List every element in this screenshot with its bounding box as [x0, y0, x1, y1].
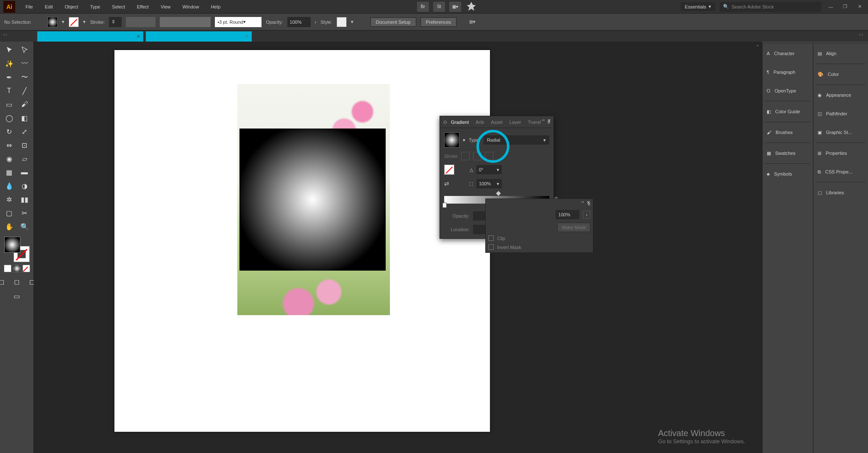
make-mask-button[interactable]: Make Mask [557, 223, 590, 232]
rectangle-tool[interactable]: ▭ [3, 98, 16, 110]
clip-checkbox[interactable] [488, 235, 494, 241]
symbol-sprayer-tool[interactable]: ✲ [3, 193, 16, 205]
panel-tab-asset[interactable]: Asset [488, 118, 505, 126]
panel-color[interactable]: 🎨Color [813, 65, 868, 84]
shaper-tool[interactable]: ◯ [3, 112, 16, 124]
scroll-up-icon[interactable]: ⌃ [756, 44, 760, 50]
panel-character[interactable]: ACharacter [762, 44, 813, 63]
selection-tool[interactable] [3, 44, 16, 56]
tab-close-icon[interactable]: × [245, 34, 248, 39]
draw-behind[interactable]: ◻ [10, 276, 24, 288]
panel-appearance[interactable]: ◉Appearance [813, 86, 868, 104]
slice-tool[interactable]: ✂ [18, 207, 31, 219]
opacity-more-icon[interactable]: › [315, 20, 317, 25]
panel-symbols[interactable]: ♣Symbols [762, 165, 813, 183]
eyedropper-tool[interactable]: 💧 [3, 180, 16, 192]
type-tool[interactable]: T [3, 85, 16, 97]
screen-mode[interactable]: ▭ [10, 290, 24, 302]
tab-close-icon[interactable]: × [137, 34, 140, 39]
brush-dropdown[interactable] [160, 17, 211, 27]
free-transform-tool[interactable]: ⊡ [18, 139, 31, 151]
blend-tool[interactable]: ◑ [18, 180, 31, 192]
panel-graphic-styles[interactable]: ▣Graphic St... [813, 123, 868, 142]
panel-color-guide[interactable]: ◧Color Guide [762, 102, 813, 121]
artboard-tool[interactable]: ▢ [3, 207, 16, 219]
magic-wand-tool[interactable]: ✨ [3, 58, 16, 70]
menu-file[interactable]: File [19, 0, 39, 14]
gradient-fill-stroke-toggle[interactable] [444, 165, 454, 175]
transparency-opacity-input[interactable]: 100% [556, 210, 579, 219]
search-input[interactable]: 🔍 Search Adobe Stock [720, 2, 821, 12]
stroke-profile-dropdown[interactable] [126, 17, 156, 27]
panel-tab-layers[interactable]: Layer [507, 118, 524, 126]
rocket-icon[interactable] [465, 2, 477, 12]
width-tool[interactable]: ⇔ [3, 139, 16, 151]
opacity-input[interactable]: 100% [287, 17, 311, 27]
stroke-gradient-within[interactable] [461, 152, 470, 160]
stroke-dropdown-icon[interactable]: ▾ [83, 19, 86, 25]
fill-dropdown-icon[interactable]: ▾ [62, 19, 64, 25]
document-setup-button[interactable]: Document Setup [370, 17, 416, 27]
fill-stroke-control[interactable] [4, 237, 30, 262]
fill-box[interactable] [4, 237, 20, 253]
bridge-button[interactable]: Br [417, 2, 429, 12]
menu-help[interactable]: Help [205, 0, 227, 14]
panel-tab-transform[interactable]: Transf [525, 118, 543, 126]
panel-close-icon[interactable]: ✕ [587, 200, 590, 205]
reverse-gradient-icon[interactable]: ⇄ [444, 180, 449, 187]
menu-object[interactable]: Object [59, 0, 84, 14]
workspace-switcher[interactable]: Essentials ▾ [681, 2, 715, 11]
brush-name[interactable]: • 3 pt. Round ▾ [215, 17, 262, 27]
gradient-midpoint[interactable] [496, 191, 501, 196]
curvature-tool[interactable]: 〜 [18, 71, 31, 83]
panel-close-icon[interactable]: ✕ [547, 118, 551, 123]
window-restore[interactable]: ❐ [840, 2, 850, 12]
eraser-tool[interactable]: ◧ [18, 112, 31, 124]
menu-edit[interactable]: Edit [39, 0, 59, 14]
pen-tool[interactable]: ✒ [3, 71, 16, 83]
shape-builder-tool[interactable]: ◉ [3, 153, 16, 165]
canvas-area[interactable]: ⌃ ‹‹ ✕ ◇ Gradient Artb Asset Layer Trans… [34, 42, 762, 453]
paintbrush-tool[interactable]: 🖌 [18, 98, 31, 110]
panel-brushes[interactable]: 🖌Brushes [762, 123, 813, 142]
gradient-type-dropdown[interactable]: Radial ▾ [484, 135, 549, 145]
style-swatch[interactable] [337, 17, 347, 27]
lasso-tool[interactable]: 〰 [18, 58, 31, 70]
panel-opentype[interactable]: OOpenType [762, 81, 813, 100]
panel-tab-gradient[interactable]: Gradient [448, 118, 471, 126]
panel-paragraph[interactable]: ¶Paragraph [762, 63, 813, 81]
menu-type[interactable]: Type [84, 0, 106, 14]
panel-pathfinder[interactable]: ◫Pathfinder [813, 104, 868, 123]
panel-tab-artboards[interactable]: Artb [473, 118, 487, 126]
perspective-tool[interactable]: ▱ [18, 153, 31, 165]
collapse-panels-icon[interactable]: ›› [859, 32, 864, 37]
document-tab-1[interactable]: × [37, 31, 143, 42]
arrange-button[interactable]: ▦▾ [449, 2, 461, 12]
window-close[interactable]: ✕ [854, 2, 865, 12]
stroke-gradient-across[interactable] [485, 152, 493, 160]
chevron-down-icon[interactable]: ▾ [463, 137, 465, 143]
gradient-rectangle[interactable] [239, 129, 386, 271]
graph-tool[interactable]: ▮▮ [18, 193, 31, 205]
gradient-preview[interactable] [444, 132, 459, 148]
line-tool[interactable]: ╱ [18, 85, 31, 97]
gradient-aspect-input[interactable]: 100%▾ [476, 179, 502, 188]
panel-collapse-icon[interactable]: ‹‹ [542, 118, 545, 123]
panel-css[interactable]: ⧉CSS Prope... [813, 162, 868, 181]
stroke-gradient-along[interactable] [473, 152, 481, 160]
style-dropdown-icon[interactable]: ▾ [351, 19, 353, 25]
menu-effect[interactable]: Effect [131, 0, 155, 14]
menu-select[interactable]: Select [106, 0, 131, 14]
stroke-swatch[interactable] [69, 17, 79, 27]
stroke-weight-input[interactable]: ⇕ [109, 17, 122, 27]
gradient-angle-input[interactable]: 0°▾ [476, 165, 502, 174]
align-icon[interactable]: ⊞▾ [469, 19, 476, 25]
hand-tool[interactable]: ✋ [3, 221, 16, 232]
panel-properties[interactable]: ⊞Properties [813, 144, 868, 162]
window-minimize[interactable]: — [826, 2, 836, 12]
panel-swatches[interactable]: ▦Swatches [762, 144, 813, 162]
direct-selection-tool[interactable] [18, 44, 31, 56]
mesh-tool[interactable]: ▦ [3, 166, 16, 178]
preferences-button[interactable]: Preferences [420, 17, 456, 27]
zoom-tool[interactable]: 🔍 [18, 221, 31, 232]
